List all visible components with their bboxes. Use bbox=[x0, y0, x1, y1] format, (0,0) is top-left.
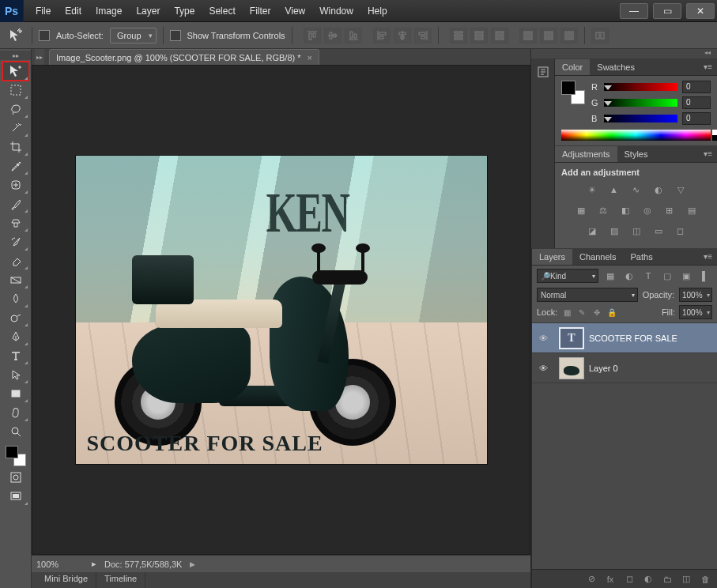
lock-all-icon[interactable]: 🔒 bbox=[606, 307, 617, 318]
menu-help[interactable]: Help bbox=[360, 1, 394, 21]
group-icon[interactable]: 🗀 bbox=[660, 573, 674, 586]
g-slider[interactable] bbox=[604, 99, 677, 107]
align-bottom-icon[interactable] bbox=[345, 28, 362, 43]
menu-file[interactable]: File bbox=[28, 1, 58, 21]
status-preview-icon[interactable]: ▸ bbox=[92, 559, 96, 569]
menu-image[interactable]: Image bbox=[89, 1, 129, 21]
layer-item-image[interactable]: 👁 Layer 0 bbox=[532, 353, 717, 383]
r-value[interactable]: 0 bbox=[682, 81, 711, 93]
menu-edit[interactable]: Edit bbox=[58, 1, 89, 21]
menu-filter[interactable]: Filter bbox=[243, 1, 278, 21]
lasso-tool[interactable] bbox=[2, 100, 29, 119]
auto-align-icon[interactable] bbox=[591, 28, 609, 43]
align-hcenter-icon[interactable] bbox=[394, 28, 411, 43]
lock-image-icon[interactable]: ✎ bbox=[576, 307, 587, 318]
clone-stamp-tool[interactable] bbox=[2, 213, 29, 232]
selective-color-icon[interactable]: ◻ bbox=[672, 223, 689, 239]
gradient-tool[interactable] bbox=[2, 270, 29, 289]
invert-icon[interactable]: ◪ bbox=[583, 223, 601, 239]
pen-tool[interactable] bbox=[2, 327, 29, 346]
layer-thumb-text[interactable]: T bbox=[559, 327, 584, 349]
color-balance-icon[interactable]: ⚖ bbox=[594, 202, 612, 218]
distribute-bottom-icon[interactable] bbox=[491, 28, 508, 43]
layer-list[interactable]: 👁 T SCOOTER FOR SALE 👁 Layer 0 bbox=[532, 323, 717, 569]
auto-select-checkbox[interactable] bbox=[39, 30, 50, 41]
marquee-tool[interactable] bbox=[2, 81, 29, 100]
eraser-tool[interactable] bbox=[2, 251, 29, 270]
posterize-icon[interactable]: ▨ bbox=[606, 223, 623, 239]
auto-select-dropdown[interactable]: Group bbox=[110, 28, 157, 43]
filter-toggle-icon[interactable]: ▌ bbox=[698, 270, 712, 282]
lock-position-icon[interactable]: ✥ bbox=[591, 307, 602, 318]
distribute-right-icon[interactable] bbox=[560, 28, 578, 43]
delete-layer-icon[interactable]: 🗑 bbox=[698, 573, 712, 586]
color-fgbg[interactable] bbox=[561, 81, 585, 104]
tab-color[interactable]: Color bbox=[555, 59, 590, 75]
dodge-tool[interactable] bbox=[2, 308, 29, 327]
quick-mask-tool[interactable] bbox=[2, 468, 29, 487]
r-slider[interactable] bbox=[604, 83, 677, 91]
levels-icon[interactable]: ▲ bbox=[606, 182, 623, 198]
rectangle-tool[interactable] bbox=[2, 384, 29, 403]
b-slider[interactable] bbox=[604, 115, 677, 122]
adjustment-layer-icon[interactable]: ◐ bbox=[641, 573, 655, 586]
channel-mixer-icon[interactable]: ⊞ bbox=[661, 202, 678, 218]
exposure-icon[interactable]: ◐ bbox=[650, 182, 667, 198]
panel-menu-icon[interactable]: ▾≡ bbox=[699, 62, 717, 71]
vibrance-icon[interactable]: ▽ bbox=[672, 182, 689, 198]
menu-layer[interactable]: Layer bbox=[129, 1, 167, 21]
layer-style-icon[interactable]: fx bbox=[603, 573, 617, 586]
blur-tool[interactable] bbox=[2, 289, 29, 308]
history-panel-icon[interactable] bbox=[534, 63, 552, 81]
path-selection-tool[interactable] bbox=[2, 365, 29, 384]
hue-sat-icon[interactable]: ▦ bbox=[572, 202, 590, 218]
foreground-color[interactable] bbox=[6, 446, 18, 458]
curves-icon[interactable]: ∿ bbox=[628, 182, 645, 198]
menu-view[interactable]: View bbox=[277, 1, 312, 21]
align-right-icon[interactable] bbox=[414, 28, 432, 43]
b-value[interactable]: 0 bbox=[682, 112, 711, 125]
threshold-icon[interactable]: ◫ bbox=[628, 223, 645, 239]
fill-field[interactable]: 100% bbox=[679, 305, 712, 319]
move-tool[interactable] bbox=[2, 62, 29, 81]
eyedropper-tool[interactable] bbox=[2, 156, 29, 175]
document-tab[interactable]: Image_Scooter.png @ 100% (SCOOTER FOR SA… bbox=[49, 49, 319, 65]
fg-color-swatch[interactable] bbox=[561, 81, 575, 95]
photo-filter-icon[interactable]: ◎ bbox=[639, 202, 656, 218]
filter-smart-icon[interactable]: ▣ bbox=[679, 270, 693, 282]
layer-filter-dropdown[interactable]: 🔎 Kind bbox=[537, 269, 598, 283]
menu-select[interactable]: Select bbox=[202, 1, 242, 21]
screen-mode-tool[interactable] bbox=[2, 487, 29, 506]
layer-name[interactable]: SCOOTER FOR SALE bbox=[589, 334, 677, 343]
bw-icon[interactable]: ◧ bbox=[617, 202, 634, 218]
hand-tool[interactable] bbox=[2, 403, 29, 422]
g-value[interactable]: 0 bbox=[682, 96, 711, 109]
panel-collapse-strip[interactable]: ◂◂ bbox=[531, 49, 717, 58]
filter-shape-icon[interactable]: ▢ bbox=[660, 270, 674, 282]
status-flyout-icon[interactable]: ▶ bbox=[190, 560, 195, 568]
tab-mini-bridge[interactable]: Mini Bridge bbox=[36, 572, 96, 588]
close-button[interactable]: ✕ bbox=[686, 3, 715, 19]
color-spectrum[interactable] bbox=[561, 130, 711, 141]
tab-layers[interactable]: Layers bbox=[532, 249, 572, 265]
distribute-top-icon[interactable] bbox=[450, 28, 467, 43]
foreground-background-swatch[interactable] bbox=[4, 444, 28, 468]
menu-window[interactable]: Window bbox=[312, 1, 360, 21]
color-lookup-icon[interactable]: ▤ bbox=[683, 202, 700, 218]
minimize-button[interactable]: — bbox=[620, 3, 648, 19]
layer-thumb-image[interactable] bbox=[559, 357, 584, 379]
layer-item-text[interactable]: 👁 T SCOOTER FOR SALE bbox=[532, 323, 717, 353]
tab-timeline[interactable]: Timeline bbox=[96, 572, 145, 588]
filter-adjust-icon[interactable]: ◐ bbox=[622, 270, 636, 282]
brush-tool[interactable] bbox=[2, 194, 29, 213]
visibility-icon[interactable]: 👁 bbox=[532, 364, 554, 373]
tool-collapse[interactable]: ▸▸ bbox=[0, 51, 31, 60]
tab-paths[interactable]: Paths bbox=[624, 249, 660, 265]
distribute-vcenter-icon[interactable] bbox=[470, 28, 488, 43]
filter-pixel-icon[interactable]: ▦ bbox=[603, 270, 617, 282]
panel-menu-icon[interactable]: ▾≡ bbox=[699, 149, 717, 158]
canvas[interactable]: KEN SCOOTER FOR SALE bbox=[76, 156, 487, 464]
tab-swatches[interactable]: Swatches bbox=[590, 59, 642, 75]
blend-mode-dropdown[interactable]: Normal bbox=[537, 288, 638, 302]
layer-name[interactable]: Layer 0 bbox=[589, 364, 618, 373]
